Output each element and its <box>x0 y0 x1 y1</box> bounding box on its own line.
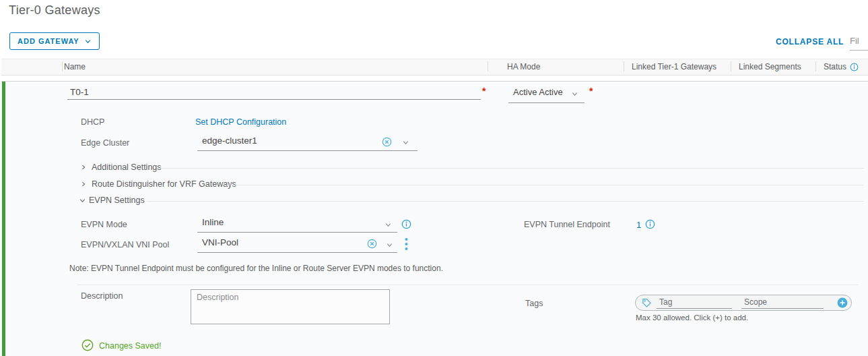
info-icon[interactable] <box>401 219 411 229</box>
ha-mode-select[interactable]: Active Active <box>508 87 585 103</box>
column-header-linked-segments[interactable]: Linked Segments <box>739 62 801 71</box>
chevron-down-icon <box>386 241 393 249</box>
chevron-down-icon <box>571 90 578 98</box>
description-label: Description <box>81 291 123 301</box>
ha-mode-value: Active Active <box>508 87 563 97</box>
gateway-name-input[interactable] <box>67 87 481 100</box>
chevron-down-icon <box>385 221 392 229</box>
edge-cluster-label: Edge Cluster <box>81 138 129 148</box>
column-divider <box>62 61 63 71</box>
clear-selection-icon[interactable] <box>367 239 377 249</box>
filter-label: Fil <box>850 36 859 46</box>
section-route-distinguisher[interactable]: Route Distinguisher for VRF Gateways <box>80 179 236 189</box>
row-status-bar <box>2 82 5 356</box>
chevron-right-icon <box>80 181 87 187</box>
section-rule <box>147 201 864 202</box>
add-gateway-label: ADD GATEWAY <box>18 37 79 45</box>
required-marker: * <box>589 86 593 96</box>
table-header: Name HA Mode Linked Tier-1 Gateways Link… <box>1 59 868 76</box>
add-tag-button[interactable] <box>837 297 848 308</box>
section-label: Additional Settings <box>92 162 162 172</box>
tags-editor <box>635 295 852 311</box>
description-textarea[interactable] <box>191 289 390 324</box>
column-divider <box>488 61 488 71</box>
tags-hint: Max 30 allowed. Click (+) to add. <box>636 314 748 322</box>
evpn-tunnel-endpoint-label: EVPN Tunnel Endpoint <box>524 220 610 229</box>
evpn-note: Note: EVPN Tunnel Endpoint must be confi… <box>69 264 443 273</box>
column-divider <box>731 61 731 71</box>
filter-input[interactable]: Fil <box>850 36 868 51</box>
section-additional-settings[interactable]: Additional Settings <box>80 162 162 172</box>
vni-pool-label: EVPN/VXLAN VNI Pool <box>81 240 169 249</box>
section-evpn-settings[interactable]: EVPN Settings <box>79 196 145 205</box>
column-header-status[interactable]: Status <box>824 62 859 71</box>
tags-label: Tags <box>525 299 543 308</box>
chevron-down-icon <box>79 197 86 204</box>
column-divider <box>624 61 624 71</box>
page-title: Tier-0 Gateways <box>9 3 100 18</box>
edge-cluster-select[interactable]: edge-cluster1 <box>197 136 418 151</box>
info-icon[interactable] <box>850 63 859 71</box>
chevron-down-icon <box>402 139 409 146</box>
vni-pool-select[interactable]: VNI-Pool <box>197 237 397 253</box>
required-marker: * <box>482 86 486 96</box>
column-header-name[interactable]: Name <box>64 62 86 71</box>
vni-pool-value: VNI-Pool <box>197 237 238 247</box>
status-header-label: Status <box>824 62 846 71</box>
form-divider <box>77 285 859 285</box>
section-label: EVPN Settings <box>89 196 145 205</box>
chevron-down-icon <box>84 38 92 45</box>
scope-input[interactable] <box>741 297 824 309</box>
section-rule <box>157 168 864 169</box>
set-dhcp-configuration-link[interactable]: Set DHCP Configuration <box>195 117 286 127</box>
evpn-mode-label: EVPN Mode <box>81 220 127 229</box>
column-header-linked-tier1[interactable]: Linked Tier-1 Gateways <box>632 62 716 71</box>
clear-selection-icon[interactable] <box>382 137 392 147</box>
tag-icon <box>642 298 651 307</box>
evpn-mode-value: Inline <box>197 217 224 227</box>
section-rule <box>224 185 864 185</box>
add-gateway-button[interactable]: ADD GATEWAY <box>9 32 100 50</box>
more-actions-icon[interactable] <box>405 237 408 251</box>
evpn-tunnel-endpoint-value[interactable]: 1 <box>636 220 641 230</box>
column-header-ha-mode[interactable]: HA Mode <box>507 62 540 71</box>
dhcp-label: DHCP <box>81 117 104 127</box>
save-status-message: Changes Saved! <box>99 341 161 351</box>
collapse-all-button[interactable]: COLLAPSE ALL <box>776 37 844 47</box>
edge-cluster-value: edge-cluster1 <box>197 136 257 146</box>
tier0-gateways-page: Tier-0 Gateways ADD GATEWAY COLLAPSE ALL… <box>0 0 868 356</box>
tag-input[interactable] <box>657 297 732 309</box>
info-icon[interactable] <box>645 219 655 229</box>
chevron-right-icon <box>80 164 87 171</box>
evpn-mode-select[interactable]: Inline <box>197 217 397 233</box>
column-divider <box>815 61 816 71</box>
success-check-icon <box>81 339 94 351</box>
section-label: Route Distinguisher for VRF Gateways <box>92 179 236 189</box>
